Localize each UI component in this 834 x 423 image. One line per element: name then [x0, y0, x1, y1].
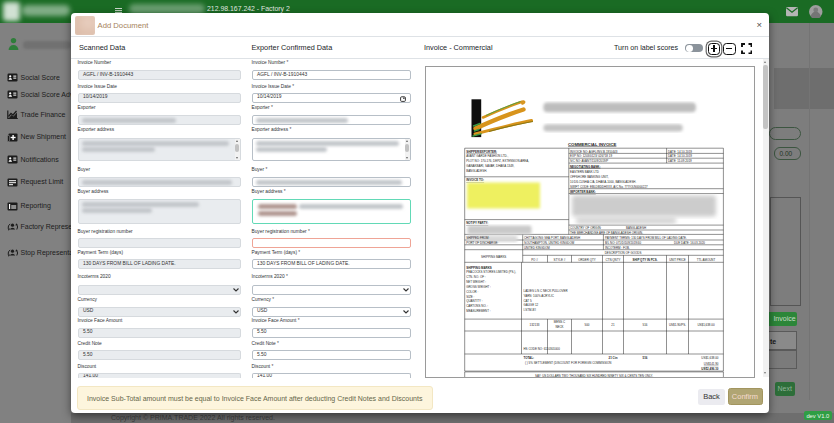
svg-text:QUANTITY :: QUANTITY : — [466, 299, 483, 303]
svg-text:US$1,638.00: US$1,638.00 — [701, 355, 719, 359]
svg-text:SOUTHAMPTON, UNITED KINGDOM: SOUTHAMPTON, UNITED KINGDOM — [524, 240, 575, 244]
svg-text:IMPORTER BANK:: IMPORTER BANK: — [570, 190, 596, 194]
svg-text:PO #: PO # — [531, 257, 538, 261]
svg-text:UNIT PRICE: UNIT PRICE — [669, 257, 686, 261]
svg-text:516: 516 — [642, 322, 647, 326]
svg-text:21: 21 — [611, 322, 615, 326]
svg-text:EXP NO: 1203/0123/ 026718 19: EXP NO: 1203/0123/ 026718 19 — [570, 154, 612, 158]
svg-text:COMMERCIAL INVOICE: COMMERCIAL INVOICE — [568, 141, 617, 146]
svg-text:CARTONS NO. :: CARTONS NO. : — [466, 304, 488, 308]
svg-text:UNITED KINGDOM: UNITED KINGDOM — [524, 245, 550, 249]
svg-text:TTL AMOUNT: TTL AMOUNT — [696, 257, 715, 261]
svg-text:US$2,496.10: US$2,496.10 — [701, 366, 719, 370]
svg-text:GANAKBARI, SAVAR, DHAKA 1349,: GANAKBARI, SAVAR, DHAKA 1349, — [466, 164, 514, 168]
svg-text:SWIFT CODE: EBLDBDDHXXX, A/C N: SWIFT CODE: EBLDBDDHXXX, A/C No. 777/OLN… — [570, 185, 648, 189]
svg-text:SHIPPING MARKS: SHIPPING MARKS — [466, 265, 492, 269]
svg-text:( ) 5% SETTLEMENT (DISCOUNT FO: ( ) 5% SETTLEMENT (DISCOUNT FOR FOREIGN … — [525, 360, 611, 364]
svg-text:500: 500 — [584, 322, 589, 326]
svg-text:10 DILCUSHA C/A, DHAKA-1000, B: 10 DILCUSHA C/A, DHAKA-1000, BANGLADESH. — [570, 180, 636, 184]
svg-text:132133: 132133 — [529, 322, 539, 326]
svg-text:MEASUREMENT :: MEASUREMENT : — [466, 309, 491, 313]
svg-text:516: 516 — [642, 355, 647, 359]
svg-text:GAUGE 12: GAUGE 12 — [523, 303, 538, 307]
svg-text:SHIPPER/EXPORTER:: SHIPPER/EXPORTER: — [466, 149, 497, 153]
svg-text:DUE DATE: 16.03.2020: DUE DATE: 16.03.2020 — [674, 240, 705, 244]
svg-text:CHITTAGONG SEA PORT, BANGLADES: CHITTAGONG SEA PORT, BANGLADESH — [524, 235, 580, 239]
svg-text:STYLE #: STYLE # — [553, 257, 565, 261]
svg-text:S/C NO: AVANT/1109/2019/P: S/C NO: AVANT/1109/2019/P — [570, 159, 608, 163]
svg-text:SIZE :: SIZE : — [466, 294, 474, 298]
svg-text:LADIES L/S C NECK PULLOVER: LADIES L/S C NECK PULLOVER — [523, 288, 567, 292]
svg-text:DATE: 14.10.2019: DATE: 14.10.2019 — [668, 154, 692, 158]
svg-text:SHIPPING MARKS: SHIPPING MARKS — [481, 254, 506, 258]
svg-text:AVANT GARDE FASHION LTD.,: AVANT GARDE FASHION LTD., — [466, 154, 508, 158]
svg-text:EASTERN BANK LTD: EASTERN BANK LTD — [570, 169, 599, 173]
svg-text:ORDER QTY: ORDER QTY — [578, 257, 596, 261]
svg-text:THE MERCHANDISE ARE OF BANGLAD: THE MERCHANDISE ARE OF BANGLADESH ORIGIN… — [570, 231, 643, 235]
svg-text:US$141.90: US$141.90 — [703, 361, 718, 365]
svg-text:SHIPPED FROM:: SHIPPED FROM: — [466, 235, 489, 239]
svg-text:PEACOCKS STORES LIMITED (PS.),: PEACOCKS STORES LIMITED (PS.), — [466, 270, 516, 274]
svg-text:NOTIFY PARTY:: NOTIFY PARTY: — [466, 221, 488, 225]
svg-text:GROSS WEIGHT :: GROSS WEIGHT : — [466, 284, 491, 288]
svg-text:NET WEIGHT :: NET WEIGHT : — [466, 280, 486, 284]
svg-text:NECK: NECK — [555, 324, 563, 328]
svg-text:CAT 5: CAT 5 — [523, 298, 531, 302]
svg-text:BANGLADESH: BANGLADESH — [626, 226, 646, 230]
svg-text:B/L NO: 071/DI109/2019/40: B/L NO: 071/DI109/2019/40 — [604, 240, 641, 244]
svg-text:SAY: US DOLLARS TWO THOUSAND S: SAY: US DOLLARS TWO THOUSAND SIX HUNDRED… — [535, 374, 653, 378]
svg-text:PORT OF DISCHARGE:: PORT OF DISCHARGE: — [466, 240, 498, 244]
svg-text:CTN QNTY: CTN QNTY — [605, 257, 620, 261]
svg-text:CTN. NO. OF :: CTN. NO. OF : — [466, 275, 486, 279]
svg-text:SHIP QTY IN PCS.: SHIP QTY IN PCS. — [632, 257, 657, 261]
svg-text:INVOICE TO:: INVOICE TO: — [466, 178, 484, 182]
svg-text:21 Ctn: 21 Ctn — [608, 355, 617, 359]
svg-text:US$1,638.00: US$1,638.00 — [697, 322, 715, 326]
svg-text:INCOTERM : FOB.: INCOTERM : FOB. — [604, 245, 629, 249]
svg-text:DATE: 11.09.2019: DATE: 11.09.2019 — [668, 159, 692, 163]
svg-text:DESCRIPTION OF GOODS: DESCRIPTION OF GOODS — [604, 251, 641, 255]
svg-text:PAYMENT TERMS: 130 DAYS FROM B: PAYMENT TERMS: 130 DAYS FROM BILL OF LAD… — [604, 235, 686, 239]
svg-text:YARN: 100% ACRYLIC: YARN: 100% ACRYLIC — [523, 293, 554, 297]
svg-text:INVOICE NO: AGFL/INV-B-1910443: INVOICE NO: AGFL/INV-B-1910443 — [570, 149, 618, 153]
svg-text:DATE: 14.10.2019: DATE: 14.10.2019 — [668, 149, 692, 153]
svg-text:HS CODE NO: 6110301000: HS CODE NO: 6110301000 — [523, 347, 560, 351]
svg-text:COLOR :: COLOR : — [466, 289, 478, 293]
svg-text:TOTAL:: TOTAL: — [523, 355, 534, 359]
svg-text:I-STM-B’I: I-STM-B’I — [523, 308, 536, 312]
svg-text:NEGOTIATING BANK:: NEGOTIATING BANK: — [570, 164, 600, 168]
svg-text:US$1.90/PS.: US$1.90/PS. — [669, 322, 686, 326]
svg-text:OFFSHORE BANKING UNIT,: OFFSHORE BANKING UNIT, — [570, 174, 609, 178]
svg-text:PLOT NO: 170-176, DEPZ, EXTENS: PLOT NO: 170-176, DEPZ, EXTENSION AREA, — [466, 159, 529, 163]
svg-text:COUNTRY OF ORIGIN:: COUNTRY OF ORIGIN: — [570, 226, 602, 230]
svg-text:BANGLADESH.: BANGLADESH. — [466, 168, 487, 172]
